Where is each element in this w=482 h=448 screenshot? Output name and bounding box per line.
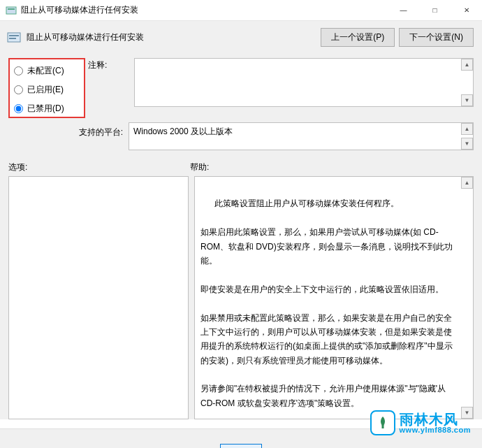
policy-icon — [7, 31, 21, 45]
watermark-logo-icon — [370, 410, 395, 435]
radio-disabled[interactable]: 已禁用(D) — [13, 103, 81, 115]
watermark-text: 雨林木风 www.ylmf888.com — [400, 412, 471, 434]
state-radio-group: 未配置(C) 已启用(E) 已禁用(D) — [8, 58, 85, 118]
svg-rect-5 — [381, 425, 384, 428]
policy-title: 阻止从可移动媒体进行任何安装 — [27, 31, 316, 43]
body-area: 未配置(C) 已启用(E) 已禁用(D) 注释: ▲ ▼ 支持的平台: Wind… — [0, 51, 482, 419]
help-label: 帮助: — [190, 161, 209, 173]
window-title: 阻止从可移动媒体进行任何安装 — [21, 4, 388, 16]
lower-labels: 选项: 帮助: — [8, 161, 474, 173]
svg-rect-1 — [8, 8, 15, 10]
prev-setting-button[interactable]: 上一个设置(P) — [321, 28, 395, 47]
comment-label-col: 注释: — [88, 58, 131, 118]
scroll-down-icon[interactable]: ▼ — [461, 138, 473, 150]
svg-rect-4 — [9, 38, 16, 39]
radio-disabled-label: 已禁用(D) — [27, 103, 64, 115]
radio-not-configured[interactable]: 未配置(C) — [13, 65, 81, 77]
radio-disabled-input[interactable] — [14, 104, 23, 113]
next-setting-button[interactable]: 下一个设置(N) — [399, 28, 474, 47]
radio-not-configured-label: 未配置(C) — [27, 65, 64, 77]
svg-rect-3 — [9, 35, 19, 36]
top-grid: 未配置(C) 已启用(E) 已禁用(D) 注释: ▲ ▼ — [8, 58, 474, 118]
maximize-button[interactable]: □ — [419, 0, 451, 20]
radio-enabled-label: 已启用(E) — [27, 84, 64, 96]
options-label: 选项: — [8, 161, 190, 173]
help-box[interactable]: 此策略设置阻止用户从可移动媒体安装任何程序。 如果启用此策略设置，那么，如果用户… — [194, 176, 474, 419]
comment-textarea[interactable]: ▲ ▼ — [134, 58, 474, 107]
close-button[interactable]: ✕ — [451, 0, 482, 20]
window-controls: — □ ✕ — [388, 0, 482, 20]
header-row: 阻止从可移动媒体进行任何安装 上一个设置(P) 下一个设置(N) — [0, 21, 482, 51]
scroll-down-icon[interactable]: ▼ — [461, 94, 473, 106]
watermark-url: www.ylmf888.com — [400, 426, 471, 434]
minimize-button[interactable]: — — [388, 0, 419, 20]
supported-row: 支持的平台: Windows 2000 及以上版本 ▲ ▼ — [8, 122, 474, 150]
options-box — [8, 176, 189, 419]
help-text: 此策略设置阻止用户从可移动媒体安装任何程序。 如果启用此策略设置，那么，如果用户… — [200, 198, 453, 407]
app-icon — [6, 5, 17, 16]
svg-rect-2 — [8, 33, 20, 42]
supported-text: Windows 2000 及以上版本 — [133, 127, 233, 136]
svg-rect-0 — [6, 7, 16, 14]
watermark-cn: 雨林木风 — [400, 412, 471, 426]
radio-not-configured-input[interactable] — [14, 66, 23, 75]
titlebar: 阻止从可移动媒体进行任何安装 — □ ✕ — [0, 0, 482, 21]
radio-enabled[interactable]: 已启用(E) — [13, 84, 81, 96]
scroll-up-icon[interactable]: ▲ — [461, 177, 473, 189]
comment-label: 注释: — [88, 59, 131, 71]
supported-label: 支持的平台: — [8, 122, 129, 138]
radio-enabled-input[interactable] — [14, 85, 23, 94]
scroll-up-icon[interactable]: ▲ — [461, 59, 473, 71]
lower-grid: 此策略设置阻止用户从可移动媒体安装任何程序。 如果启用此策略设置，那么，如果用户… — [8, 176, 474, 419]
partial-button[interactable] — [220, 444, 262, 448]
watermark: 雨林木风 www.ylmf888.com — [370, 410, 471, 435]
supported-textbox: Windows 2000 及以上版本 ▲ ▼ — [129, 122, 474, 150]
scroll-up-icon[interactable]: ▲ — [461, 123, 473, 135]
